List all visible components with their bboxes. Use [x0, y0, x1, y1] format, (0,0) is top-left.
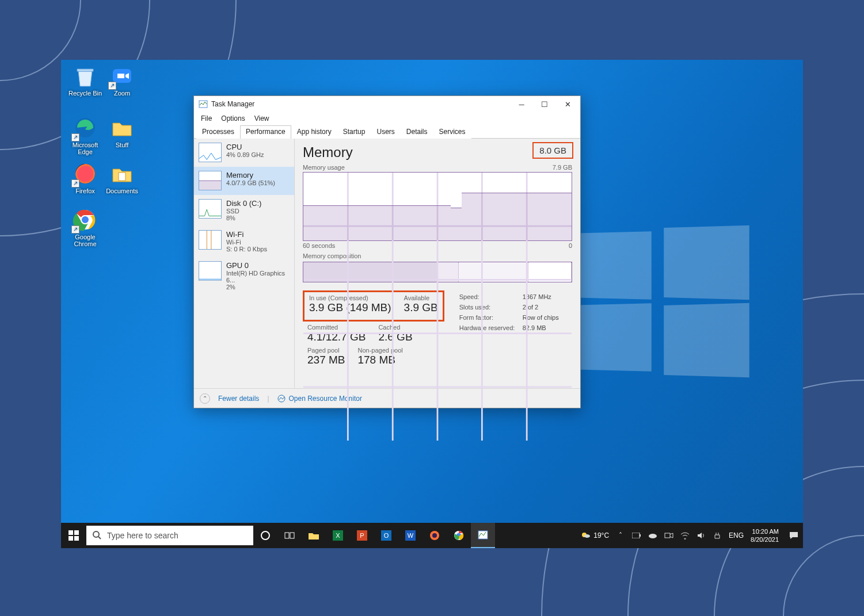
minimize-button[interactable]: ─ — [510, 96, 533, 112]
menu-file[interactable]: File — [197, 113, 215, 124]
svg-rect-53 — [640, 534, 641, 537]
close-button[interactable]: ✕ — [556, 96, 579, 112]
svg-point-34 — [261, 531, 269, 540]
excel-icon: X — [333, 530, 343, 541]
task-view-icon — [284, 530, 295, 541]
clock-date: 8/20/2021 — [751, 535, 779, 544]
taskbar-outlook[interactable]: O — [374, 523, 398, 548]
fewer-details-link[interactable]: Fewer details — [218, 395, 259, 403]
desktop-icon-label: Zoom — [114, 90, 130, 97]
desktop-icon-firefox[interactable]: ↗ Firefox — [64, 161, 106, 194]
taskbar-file-explorer[interactable] — [302, 523, 326, 548]
word-icon: W — [405, 530, 416, 541]
svg-rect-55 — [665, 533, 670, 538]
tray-show-hidden-icon[interactable]: ˄ — [616, 531, 625, 540]
svg-point-27 — [278, 395, 285, 402]
svg-text:O: O — [384, 532, 389, 539]
taskbar-word[interactable]: W — [398, 523, 423, 548]
tray-action-center-icon[interactable] — [789, 531, 798, 540]
taskbar-taskview[interactable] — [277, 523, 302, 548]
svg-rect-35 — [285, 533, 289, 538]
folder-icon — [109, 115, 135, 140]
usage-max: 7.9 GB — [553, 164, 572, 171]
menu-bar: File Options View — [194, 112, 580, 125]
menu-options[interactable]: Options — [218, 113, 248, 124]
taskbar-search[interactable]: Type here to search — [86, 526, 253, 545]
sidebar-sub: 4% 0.89 GHz — [226, 151, 264, 158]
desktop-icon-label: Documents — [106, 188, 138, 194]
tab-processes[interactable]: Processes — [196, 125, 240, 139]
taskbar-cortana[interactable] — [253, 523, 277, 548]
taskbar-task-manager[interactable] — [471, 523, 495, 548]
disk-thumb-icon — [199, 199, 222, 219]
clock-time: 10:20 AM — [751, 527, 779, 535]
tray-language[interactable]: ENG — [729, 531, 744, 540]
sidebar-item-gpu[interactable]: GPU 0Intel(R) HD Graphics 6...2% — [194, 257, 294, 295]
desktop-icon-label: Google Chrome — [74, 234, 96, 247]
sidebar-sub: Intel(R) HD Graphics 6... — [226, 270, 290, 284]
wifi-thumb-icon — [199, 230, 222, 250]
task-manager-app-icon — [199, 100, 208, 109]
desktop-icon-documents[interactable]: Documents — [101, 161, 143, 194]
memory-total-highlight: 8.0 GB — [532, 142, 573, 159]
svg-rect-31 — [74, 536, 79, 541]
tab-performance[interactable]: Performance — [240, 125, 291, 139]
tray-meet-now-icon[interactable] — [664, 531, 673, 540]
svg-rect-52 — [632, 533, 640, 538]
desktop-icon-recycle-bin[interactable]: Recycle Bin — [64, 63, 106, 97]
tray-volume-icon[interactable] — [696, 531, 706, 540]
recycle-bin-icon — [73, 63, 98, 89]
cortana-icon — [260, 530, 271, 541]
sidebar-item-disk[interactable]: Disk 0 (C:)SSD8% — [194, 195, 294, 226]
page-frame: Recycle Bin ↗ Zoom ↗ Microsoft Edge Stuf… — [0, 0, 864, 616]
sidebar-title: CPU — [226, 143, 264, 151]
task-manager-window[interactable]: Task Manager ─ ☐ ✕ File Options View Pro… — [193, 95, 581, 408]
taskbar-weather[interactable]: 19°C — [581, 530, 609, 541]
sidebar-item-memory[interactable]: Memory4.0/7.9 GB (51%) — [194, 167, 294, 195]
sidebar-item-wifi[interactable]: Wi-FiWi-FiS: 0 R: 0 Kbps — [194, 226, 294, 257]
menu-view[interactable]: View — [251, 113, 273, 124]
desktop-icon-stuff[interactable]: Stuff — [101, 115, 143, 148]
sidebar-title: Disk 0 (C:) — [226, 199, 261, 208]
taskbar-powerpoint[interactable]: P — [350, 523, 374, 548]
taskbar-pinned: X P O W — [253, 523, 495, 548]
firefox-icon — [429, 530, 440, 541]
desktop[interactable]: Recycle Bin ↗ Zoom ↗ Microsoft Edge Stuf… — [61, 60, 803, 548]
tab-startup[interactable]: Startup — [337, 125, 371, 139]
tray-battery-icon[interactable] — [632, 531, 641, 540]
taskbar[interactable]: Type here to search X P O W — [61, 523, 803, 548]
desktop-icon-edge[interactable]: ↗ Microsoft Edge — [64, 115, 106, 155]
tab-bar: Processes Performance App history Startu… — [194, 125, 580, 139]
titlebar[interactable]: Task Manager ─ ☐ ✕ — [194, 96, 580, 112]
sidebar-item-cpu[interactable]: CPU4% 0.89 GHz — [194, 139, 294, 167]
sidebar-sub: Wi-Fi — [226, 239, 267, 246]
taskbar-chrome[interactable] — [447, 523, 471, 548]
desktop-icon-chrome[interactable]: ↗ Google Chrome — [64, 207, 106, 247]
tray-power-icon[interactable] — [713, 531, 722, 540]
taskbar-clock[interactable]: 10:20 AM 8/20/2021 — [751, 527, 782, 544]
chrome-icon — [454, 530, 464, 541]
chevron-up-icon[interactable]: ⌃ — [200, 393, 210, 404]
cpu-thumb-icon — [199, 143, 222, 162]
start-button[interactable] — [61, 523, 86, 548]
tab-app-history[interactable]: App history — [291, 125, 337, 139]
tray-onedrive-icon[interactable] — [648, 531, 657, 540]
memory-thumb-icon — [199, 171, 222, 190]
tab-users[interactable]: Users — [371, 125, 400, 139]
tab-details[interactable]: Details — [401, 125, 433, 139]
maximize-button[interactable]: ☐ — [533, 96, 556, 112]
desktop-icon-zoom[interactable]: ↗ Zoom — [101, 63, 143, 97]
svg-line-33 — [98, 537, 101, 539]
memory-usage-graph — [303, 172, 572, 241]
search-placeholder: Type here to search — [107, 531, 178, 540]
weather-sun-icon — [581, 530, 590, 541]
sidebar-sub2: 8% — [226, 215, 261, 221]
tray-wifi-icon[interactable] — [680, 531, 690, 540]
sidebar-title: Memory — [226, 171, 275, 179]
svg-point-51 — [584, 534, 590, 538]
tab-services[interactable]: Services — [433, 125, 471, 139]
svg-point-32 — [93, 531, 99, 537]
taskbar-firefox[interactable] — [423, 523, 447, 548]
taskbar-excel[interactable]: X — [326, 523, 350, 548]
folder-documents-icon — [109, 161, 135, 186]
